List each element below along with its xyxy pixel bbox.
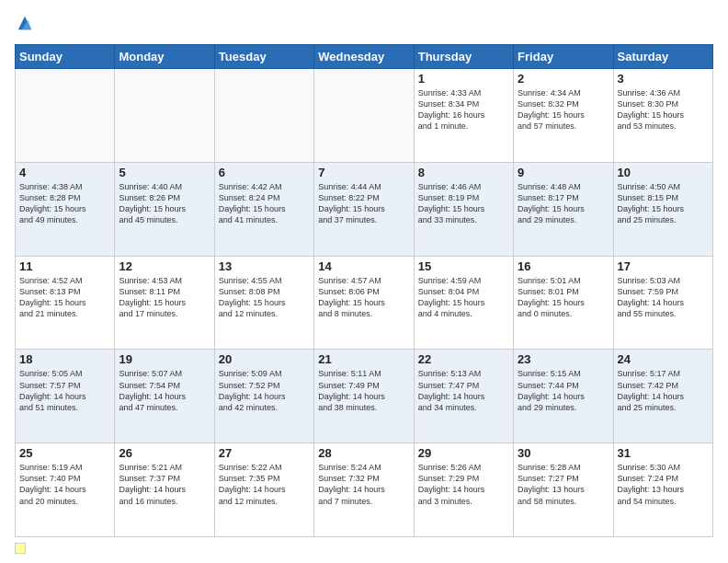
calendar-week-row: 1Sunrise: 4:33 AM Sunset: 8:34 PM Daylig… bbox=[16, 69, 713, 163]
calendar-cell: 2Sunrise: 4:34 AM Sunset: 8:32 PM Daylig… bbox=[514, 69, 613, 163]
day-info: Sunrise: 5:05 AM Sunset: 7:57 PM Dayligh… bbox=[19, 368, 110, 413]
calendar-cell: 29Sunrise: 5:26 AM Sunset: 7:29 PM Dayli… bbox=[414, 443, 513, 537]
day-number: 22 bbox=[418, 352, 509, 366]
day-number: 11 bbox=[19, 259, 110, 273]
weekday-header-monday: Monday bbox=[115, 45, 214, 69]
calendar-cell: 14Sunrise: 4:57 AM Sunset: 8:06 PM Dayli… bbox=[314, 256, 414, 350]
day-number: 1 bbox=[418, 72, 509, 86]
day-info: Sunrise: 4:52 AM Sunset: 8:13 PM Dayligh… bbox=[19, 275, 110, 320]
logo bbox=[15, 15, 33, 35]
calendar-cell: 22Sunrise: 5:13 AM Sunset: 7:47 PM Dayli… bbox=[414, 350, 513, 443]
calendar-cell bbox=[314, 69, 414, 163]
calendar-cell: 10Sunrise: 4:50 AM Sunset: 8:15 PM Dayli… bbox=[613, 162, 712, 256]
day-number: 18 bbox=[19, 352, 110, 366]
calendar-cell: 26Sunrise: 5:21 AM Sunset: 7:37 PM Dayli… bbox=[115, 443, 214, 537]
calendar-cell: 18Sunrise: 5:05 AM Sunset: 7:57 PM Dayli… bbox=[16, 350, 115, 443]
weekday-header-thursday: Thursday bbox=[414, 45, 513, 69]
weekday-header-sunday: Sunday bbox=[16, 45, 115, 69]
calendar-cell: 16Sunrise: 5:01 AM Sunset: 8:01 PM Dayli… bbox=[514, 256, 613, 350]
day-number: 29 bbox=[418, 446, 509, 460]
day-number: 19 bbox=[119, 352, 210, 366]
daylight-legend-dot bbox=[15, 543, 26, 554]
day-number: 16 bbox=[518, 259, 609, 273]
day-number: 13 bbox=[219, 259, 310, 273]
day-number: 17 bbox=[618, 259, 709, 273]
calendar-cell: 25Sunrise: 5:19 AM Sunset: 7:40 PM Dayli… bbox=[16, 443, 115, 537]
day-number: 3 bbox=[618, 72, 709, 86]
day-info: Sunrise: 4:44 AM Sunset: 8:22 PM Dayligh… bbox=[318, 181, 409, 226]
page: SundayMondayTuesdayWednesdayThursdayFrid… bbox=[0, 0, 728, 563]
weekday-header-row: SundayMondayTuesdayWednesdayThursdayFrid… bbox=[16, 45, 713, 69]
calendar-cell: 15Sunrise: 4:59 AM Sunset: 8:04 PM Dayli… bbox=[414, 256, 513, 350]
weekday-header-friday: Friday bbox=[514, 45, 613, 69]
day-info: Sunrise: 5:03 AM Sunset: 7:59 PM Dayligh… bbox=[618, 275, 709, 320]
weekday-header-tuesday: Tuesday bbox=[214, 45, 313, 69]
weekday-header-saturday: Saturday bbox=[613, 45, 712, 69]
footer bbox=[15, 543, 713, 554]
day-number: 14 bbox=[318, 259, 409, 273]
calendar-cell bbox=[115, 69, 214, 163]
day-number: 15 bbox=[418, 259, 509, 273]
day-info: Sunrise: 5:13 AM Sunset: 7:47 PM Dayligh… bbox=[418, 368, 509, 413]
day-number: 6 bbox=[219, 166, 310, 179]
calendar-cell: 8Sunrise: 4:46 AM Sunset: 8:19 PM Daylig… bbox=[414, 162, 513, 256]
calendar-week-row: 18Sunrise: 5:05 AM Sunset: 7:57 PM Dayli… bbox=[16, 350, 713, 443]
day-number: 8 bbox=[418, 166, 509, 179]
day-number: 30 bbox=[518, 446, 609, 460]
calendar-cell: 13Sunrise: 4:55 AM Sunset: 8:08 PM Dayli… bbox=[214, 256, 313, 350]
day-number: 25 bbox=[19, 446, 110, 460]
day-info: Sunrise: 4:55 AM Sunset: 8:08 PM Dayligh… bbox=[219, 275, 310, 320]
day-info: Sunrise: 5:15 AM Sunset: 7:44 PM Dayligh… bbox=[518, 368, 609, 413]
calendar-cell: 31Sunrise: 5:30 AM Sunset: 7:24 PM Dayli… bbox=[613, 443, 712, 537]
day-info: Sunrise: 4:42 AM Sunset: 8:24 PM Dayligh… bbox=[219, 181, 310, 226]
header bbox=[15, 15, 713, 35]
calendar-cell: 17Sunrise: 5:03 AM Sunset: 7:59 PM Dayli… bbox=[613, 256, 712, 350]
day-info: Sunrise: 5:09 AM Sunset: 7:52 PM Dayligh… bbox=[219, 368, 310, 413]
day-info: Sunrise: 4:38 AM Sunset: 8:28 PM Dayligh… bbox=[19, 181, 110, 226]
calendar-cell: 30Sunrise: 5:28 AM Sunset: 7:27 PM Dayli… bbox=[514, 443, 613, 537]
day-number: 21 bbox=[318, 352, 409, 366]
day-info: Sunrise: 5:19 AM Sunset: 7:40 PM Dayligh… bbox=[19, 462, 110, 507]
calendar-cell: 4Sunrise: 4:38 AM Sunset: 8:28 PM Daylig… bbox=[16, 162, 115, 256]
calendar-cell: 19Sunrise: 5:07 AM Sunset: 7:54 PM Dayli… bbox=[115, 350, 214, 443]
day-number: 24 bbox=[618, 352, 709, 366]
calendar-cell: 27Sunrise: 5:22 AM Sunset: 7:35 PM Dayli… bbox=[214, 443, 313, 537]
logo-icon bbox=[17, 15, 33, 31]
day-info: Sunrise: 4:53 AM Sunset: 8:11 PM Dayligh… bbox=[119, 275, 210, 320]
calendar-cell: 6Sunrise: 4:42 AM Sunset: 8:24 PM Daylig… bbox=[214, 162, 313, 256]
day-info: Sunrise: 4:50 AM Sunset: 8:15 PM Dayligh… bbox=[618, 181, 709, 226]
calendar-cell: 1Sunrise: 4:33 AM Sunset: 8:34 PM Daylig… bbox=[414, 69, 513, 163]
weekday-header-wednesday: Wednesday bbox=[314, 45, 414, 69]
day-info: Sunrise: 5:26 AM Sunset: 7:29 PM Dayligh… bbox=[418, 462, 509, 507]
day-info: Sunrise: 4:36 AM Sunset: 8:30 PM Dayligh… bbox=[618, 87, 709, 132]
day-info: Sunrise: 4:33 AM Sunset: 8:34 PM Dayligh… bbox=[418, 87, 509, 132]
calendar-cell: 11Sunrise: 4:52 AM Sunset: 8:13 PM Dayli… bbox=[16, 256, 115, 350]
day-info: Sunrise: 5:01 AM Sunset: 8:01 PM Dayligh… bbox=[518, 275, 609, 320]
calendar-cell: 12Sunrise: 4:53 AM Sunset: 8:11 PM Dayli… bbox=[115, 256, 214, 350]
day-number: 4 bbox=[19, 166, 110, 179]
day-info: Sunrise: 5:22 AM Sunset: 7:35 PM Dayligh… bbox=[219, 462, 310, 507]
day-number: 7 bbox=[318, 166, 409, 179]
day-number: 2 bbox=[518, 72, 609, 86]
day-number: 9 bbox=[518, 166, 609, 179]
day-info: Sunrise: 5:07 AM Sunset: 7:54 PM Dayligh… bbox=[119, 368, 210, 413]
calendar-table: SundayMondayTuesdayWednesdayThursdayFrid… bbox=[15, 44, 713, 537]
day-info: Sunrise: 4:40 AM Sunset: 8:26 PM Dayligh… bbox=[119, 181, 210, 226]
day-info: Sunrise: 4:34 AM Sunset: 8:32 PM Dayligh… bbox=[518, 87, 609, 132]
calendar-cell: 20Sunrise: 5:09 AM Sunset: 7:52 PM Dayli… bbox=[214, 350, 313, 443]
day-info: Sunrise: 4:57 AM Sunset: 8:06 PM Dayligh… bbox=[318, 275, 409, 320]
day-number: 31 bbox=[618, 446, 709, 460]
calendar-cell: 9Sunrise: 4:48 AM Sunset: 8:17 PM Daylig… bbox=[514, 162, 613, 256]
logo-area bbox=[15, 15, 33, 35]
calendar-cell: 3Sunrise: 4:36 AM Sunset: 8:30 PM Daylig… bbox=[613, 69, 712, 163]
day-info: Sunrise: 5:24 AM Sunset: 7:32 PM Dayligh… bbox=[318, 462, 409, 507]
day-info: Sunrise: 5:11 AM Sunset: 7:49 PM Dayligh… bbox=[318, 368, 409, 413]
day-number: 10 bbox=[618, 166, 709, 179]
day-info: Sunrise: 5:21 AM Sunset: 7:37 PM Dayligh… bbox=[119, 462, 210, 507]
calendar-cell: 24Sunrise: 5:17 AM Sunset: 7:42 PM Dayli… bbox=[613, 350, 712, 443]
calendar-week-row: 11Sunrise: 4:52 AM Sunset: 8:13 PM Dayli… bbox=[16, 256, 713, 350]
day-info: Sunrise: 5:28 AM Sunset: 7:27 PM Dayligh… bbox=[518, 462, 609, 507]
day-number: 12 bbox=[119, 259, 210, 273]
day-info: Sunrise: 4:59 AM Sunset: 8:04 PM Dayligh… bbox=[418, 275, 509, 320]
day-info: Sunrise: 5:30 AM Sunset: 7:24 PM Dayligh… bbox=[618, 462, 709, 507]
